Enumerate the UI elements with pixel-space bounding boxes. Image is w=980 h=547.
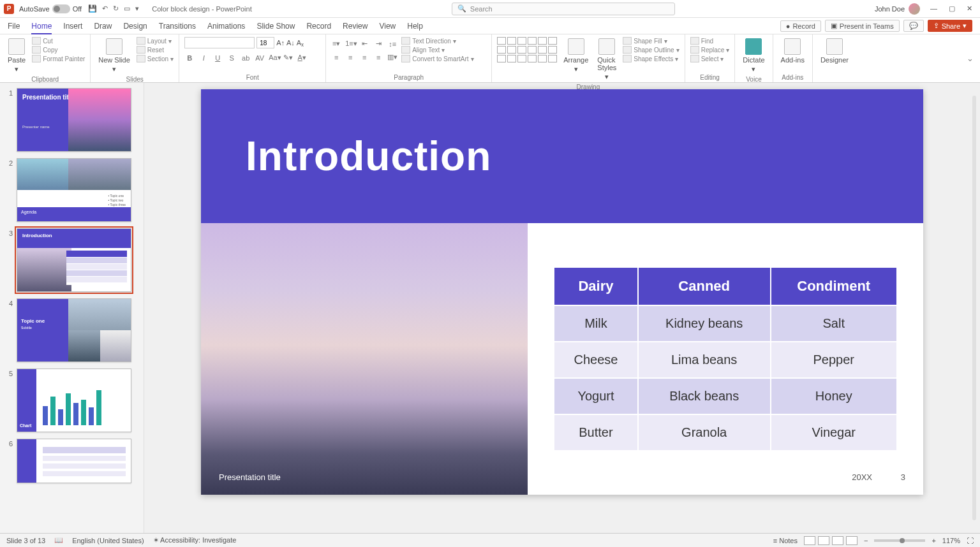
language-button[interactable]: English (United States) xyxy=(72,537,144,544)
thumbnail-slide-4[interactable]: Topic one Subtitle xyxy=(17,298,131,362)
accessibility-button[interactable]: ✶ Accessibility: Investigate xyxy=(153,536,237,544)
tab-record[interactable]: Record xyxy=(306,22,331,31)
thumbnail-slide-2[interactable]: • Topic one• Topic two• Topic three• Top… xyxy=(17,158,131,222)
replace-button[interactable]: Replace ▾ xyxy=(690,46,730,54)
underline-icon[interactable]: U xyxy=(212,54,223,62)
designer-button[interactable]: Designer xyxy=(818,37,851,65)
thumbnail-panel[interactable]: 1 Presentation title Presenter name 2 • … xyxy=(0,83,144,533)
text-direction-button[interactable]: Text Direction ▾ xyxy=(401,37,473,45)
tab-slideshow[interactable]: Slide Show xyxy=(256,22,295,31)
spelling-icon[interactable]: 📖 xyxy=(54,536,63,544)
font-size-input[interactable] xyxy=(256,37,274,48)
font-color-icon[interactable]: A▾ xyxy=(297,54,307,62)
thumbnail-slide-1[interactable]: Presentation title Presenter name xyxy=(17,88,131,152)
arrange-button[interactable]: Arrange▾ xyxy=(561,37,591,75)
user-account[interactable]: John Doe xyxy=(875,3,920,15)
tab-view[interactable]: View xyxy=(379,22,396,31)
tab-draw[interactable]: Draw xyxy=(94,22,112,31)
thumbnail-slide-3[interactable]: Introduction xyxy=(17,228,131,292)
toggle-icon[interactable] xyxy=(52,4,70,13)
zoom-in-icon[interactable]: + xyxy=(932,537,935,544)
fit-window-icon[interactable]: ⛶ xyxy=(967,537,974,544)
slide-title-block[interactable]: Introduction xyxy=(201,89,923,223)
justify-icon[interactable]: ≡ xyxy=(373,54,383,61)
thumbnail-slide-5[interactable]: Chart xyxy=(17,368,131,432)
notes-button[interactable]: ≡ Notes xyxy=(773,537,798,544)
reading-view-icon[interactable] xyxy=(832,536,843,545)
align-center-icon[interactable]: ≡ xyxy=(345,54,355,61)
shadow-icon[interactable]: S xyxy=(226,54,237,62)
indent-inc-icon[interactable]: ⇥ xyxy=(373,40,383,48)
align-left-icon[interactable]: ≡ xyxy=(331,54,341,61)
line-spacing-icon[interactable]: ↕≡ xyxy=(387,40,397,48)
find-button[interactable]: Find xyxy=(690,37,730,45)
shape-effects-button[interactable]: Shape Effects ▾ xyxy=(623,55,679,62)
align-text-button[interactable]: Align Text ▾ xyxy=(401,46,473,54)
strike-icon[interactable]: ab xyxy=(241,54,251,62)
shapes-gallery[interactable] xyxy=(497,37,557,62)
columns-icon[interactable]: ▥▾ xyxy=(387,53,397,61)
highlight-icon[interactable]: ✎▾ xyxy=(283,54,293,62)
cut-button[interactable]: Cut xyxy=(32,37,85,45)
zoom-slider[interactable] xyxy=(874,539,925,542)
undo-icon[interactable]: ↶ xyxy=(102,4,108,13)
redo-icon[interactable]: ↻ xyxy=(113,4,119,13)
tab-animations[interactable]: Animations xyxy=(207,22,245,31)
tab-transitions[interactable]: Transitions xyxy=(159,22,196,31)
tab-design[interactable]: Design xyxy=(123,22,147,31)
paste-button[interactable]: Paste▾ xyxy=(5,37,28,75)
autosave-toggle[interactable]: AutoSave Off xyxy=(19,4,82,13)
maximize-icon[interactable]: ▢ xyxy=(949,4,955,13)
shape-fill-button[interactable]: Shape Fill ▾ xyxy=(623,37,679,45)
tab-review[interactable]: Review xyxy=(343,22,368,31)
format-painter-button[interactable]: Format Painter xyxy=(32,55,85,62)
content-table[interactable]: Dairy Canned Condiment Milk Kidney beans… xyxy=(553,266,898,451)
tab-insert[interactable]: Insert xyxy=(63,22,82,31)
bold-icon[interactable]: B xyxy=(184,54,195,62)
shape-outline-button[interactable]: Shape Outline ▾ xyxy=(623,46,679,54)
section-button[interactable]: Section ▾ xyxy=(137,55,174,62)
minimize-icon[interactable]: — xyxy=(930,4,937,13)
slide-table-area[interactable]: Dairy Canned Condiment Milk Kidney beans… xyxy=(528,223,923,495)
indent-dec-icon[interactable]: ⇤ xyxy=(359,40,369,48)
slideshow-icon[interactable]: ▭ xyxy=(124,4,130,13)
layout-button[interactable]: Layout ▾ xyxy=(137,37,174,45)
convert-smartart-button[interactable]: Convert to SmartArt ▾ xyxy=(401,55,473,62)
quick-styles-button[interactable]: Quick Styles▾ xyxy=(595,37,619,82)
slide[interactable]: Introduction Presentation title Dairy Ca… xyxy=(201,89,923,495)
record-button[interactable]: ● Record xyxy=(780,20,821,32)
numbering-icon[interactable]: 1≡▾ xyxy=(345,40,355,48)
select-button[interactable]: Select ▾ xyxy=(690,55,730,62)
search-box[interactable]: 🔍 Search xyxy=(452,3,675,15)
dictate-button[interactable]: Dictate▾ xyxy=(740,37,767,75)
collapse-ribbon-icon[interactable]: ⌄ xyxy=(960,51,980,66)
decrease-font-icon[interactable]: A↓ xyxy=(286,39,295,47)
slideshow-view-icon[interactable] xyxy=(846,536,858,545)
italic-icon[interactable]: I xyxy=(198,54,209,62)
zoom-out-icon[interactable]: − xyxy=(864,537,868,544)
new-slide-button[interactable]: New Slide▾ xyxy=(96,37,133,75)
spacing-icon[interactable]: AV xyxy=(255,54,265,62)
normal-view-icon[interactable] xyxy=(804,536,815,545)
thumbnail-slide-6[interactable] xyxy=(17,439,131,483)
slide-canvas[interactable]: Introduction Presentation title Dairy Ca… xyxy=(144,83,980,533)
font-name-input[interactable] xyxy=(184,37,255,48)
align-right-icon[interactable]: ≡ xyxy=(359,54,369,61)
addins-button[interactable]: Add-ins xyxy=(778,37,807,65)
qat-more-icon[interactable]: ▾ xyxy=(135,4,139,13)
bullets-icon[interactable]: ≡▾ xyxy=(331,40,341,48)
save-icon[interactable]: 💾 xyxy=(88,4,97,13)
comments-button[interactable]: 💬 xyxy=(903,20,924,32)
tab-file[interactable]: File xyxy=(8,22,20,31)
slide-counter[interactable]: Slide 3 of 13 xyxy=(6,537,45,544)
vertical-scrollbar[interactable] xyxy=(970,83,979,533)
present-teams-button[interactable]: ▣ Present in Teams xyxy=(825,20,900,32)
reset-button[interactable]: Reset xyxy=(137,46,174,54)
slide-image[interactable]: Presentation title xyxy=(201,223,528,495)
case-icon[interactable]: Aa▾ xyxy=(269,54,279,62)
increase-font-icon[interactable]: A↑ xyxy=(276,39,285,47)
zoom-level[interactable]: 117% xyxy=(942,537,960,544)
copy-button[interactable]: Copy xyxy=(32,46,85,54)
sorter-view-icon[interactable] xyxy=(818,536,829,545)
clear-format-icon[interactable]: Aᵪ xyxy=(297,39,304,47)
